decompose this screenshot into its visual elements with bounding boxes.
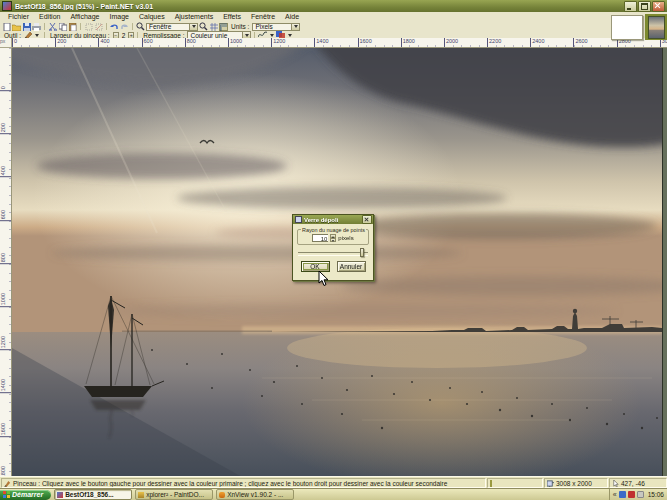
v-ruler-label: 0 bbox=[0, 48, 11, 91]
menu-item[interactable]: Aide bbox=[280, 12, 304, 22]
h-ruler-label: 2000 bbox=[444, 38, 487, 47]
h-ruler-label: 1200 bbox=[271, 38, 314, 47]
window-title: BestOf18_856.jpg (51%) - Paint.NET v3.01 bbox=[15, 3, 624, 10]
v-ruler-label: 1800 bbox=[0, 437, 11, 477]
system-tray: « 15:06 bbox=[609, 489, 667, 500]
taskbar-clock[interactable]: 15:06 bbox=[648, 491, 664, 498]
paintnet-window: BestOf18_856.jpg (51%) - Paint.NET v3.01… bbox=[0, 0, 667, 500]
h-ruler-label: 1800 bbox=[401, 38, 444, 47]
taskbar-task-xnview[interactable]: XnView v1.90.2 - ... bbox=[216, 489, 294, 500]
grid-toggle-icon[interactable] bbox=[209, 23, 218, 31]
h-ruler-label: 1000 bbox=[228, 38, 271, 47]
menu-item[interactable]: Affichage bbox=[65, 12, 104, 22]
taskbar-task-xplorer[interactable]: xplorer² - PaintDO... bbox=[135, 489, 213, 500]
menu-item[interactable]: Fenêtre bbox=[246, 12, 280, 22]
radius-input[interactable]: 10 bbox=[312, 234, 328, 242]
minimize-button[interactable] bbox=[624, 1, 637, 12]
taskbar-task-paintnet[interactable]: BestOf18_856... bbox=[54, 489, 132, 500]
status-cursor-position: 427, -46 bbox=[621, 480, 645, 487]
paintnet-task-icon bbox=[57, 492, 63, 498]
menu-item[interactable]: Edition bbox=[34, 12, 65, 22]
cut-icon[interactable] bbox=[48, 23, 57, 31]
maximize-button[interactable] bbox=[638, 1, 651, 12]
paste-icon[interactable] bbox=[68, 23, 77, 31]
ruler-corner: px bbox=[0, 38, 12, 48]
vertical-ruler: 020040060080010001200140016001800 bbox=[0, 48, 12, 477]
menu-item[interactable]: Calques bbox=[134, 12, 170, 22]
crop-icon[interactable] bbox=[84, 23, 93, 31]
xplorer-task-icon bbox=[138, 492, 144, 498]
undo-icon[interactable] bbox=[110, 23, 119, 31]
tray-icon-grey[interactable] bbox=[637, 491, 644, 498]
h-ruler-label: 600 bbox=[142, 38, 185, 47]
copy-icon[interactable] bbox=[58, 23, 67, 31]
image-thumbnail-active[interactable] bbox=[648, 16, 665, 39]
units-combo[interactable]: Pixels bbox=[252, 23, 300, 31]
dialog-close-icon[interactable] bbox=[362, 215, 372, 224]
rulers-toggle-icon[interactable] bbox=[219, 23, 228, 31]
h-ruler-label: 400 bbox=[98, 38, 141, 47]
image-size-icon bbox=[547, 480, 554, 487]
chevron-down-icon[interactable] bbox=[189, 24, 197, 30]
tray-collapse-icon[interactable]: « bbox=[613, 490, 617, 499]
v-ruler-label: 1400 bbox=[0, 350, 11, 393]
spinner-down-icon[interactable] bbox=[330, 238, 336, 242]
menu-item[interactable]: Effets bbox=[218, 12, 246, 22]
paintnet-app-icon bbox=[2, 1, 12, 11]
redo-icon[interactable] bbox=[120, 23, 129, 31]
status-empty-cell bbox=[487, 478, 543, 488]
dialog-icon bbox=[295, 216, 302, 223]
h-ruler-label: 1600 bbox=[358, 38, 401, 47]
slider-track bbox=[298, 252, 368, 256]
open-file-icon[interactable] bbox=[12, 23, 21, 31]
mouse-cursor bbox=[318, 271, 329, 287]
open-images-strip bbox=[611, 12, 667, 42]
v-ruler-label: 1200 bbox=[0, 307, 11, 350]
save-icon[interactable] bbox=[22, 23, 31, 31]
new-file-icon[interactable] bbox=[2, 23, 11, 31]
zoom-icon bbox=[136, 23, 145, 31]
h-ruler-label: 800 bbox=[185, 38, 228, 47]
cursor-position-icon bbox=[612, 480, 619, 487]
cancel-button[interactable]: Annuler bbox=[337, 261, 366, 272]
image-thumbnail-blank[interactable] bbox=[611, 15, 643, 40]
start-button[interactable]: Démarrer bbox=[0, 490, 51, 500]
slider-thumb[interactable] bbox=[360, 248, 364, 257]
status-position-cell: 427, -46 bbox=[609, 478, 667, 488]
deselect-icon[interactable] bbox=[94, 23, 103, 31]
image-thumbnail-selected-highlight bbox=[645, 14, 667, 40]
task-label: XnView v1.90.2 - ... bbox=[227, 491, 283, 498]
windows-logo-icon bbox=[3, 491, 10, 498]
title-bar[interactable]: BestOf18_856.jpg (51%) - Paint.NET v3.01 bbox=[0, 0, 667, 12]
h-ruler-label: 2200 bbox=[487, 38, 530, 47]
zoom-mode-value: Fenêtre bbox=[149, 23, 171, 30]
radius-unit-label: pixels bbox=[338, 235, 353, 241]
dialog-title: Verre dépoli bbox=[304, 217, 362, 223]
h-ruler-label: 1400 bbox=[314, 38, 357, 47]
tray-icon-blue[interactable] bbox=[619, 491, 626, 498]
print-icon[interactable] bbox=[32, 23, 41, 31]
tray-icon-red[interactable] bbox=[628, 491, 635, 498]
v-ruler-label: 800 bbox=[0, 221, 11, 264]
xnview-task-icon bbox=[219, 492, 225, 498]
close-button[interactable] bbox=[652, 1, 665, 12]
task-label: xplorer² - PaintDO... bbox=[146, 491, 204, 498]
zoom-actual-icon[interactable] bbox=[199, 23, 208, 31]
units-label: Units : bbox=[231, 23, 249, 30]
menu-item[interactable]: Image bbox=[104, 12, 133, 22]
h-ruler-label: 200 bbox=[55, 38, 98, 47]
start-label: Démarrer bbox=[12, 491, 43, 498]
units-value: Pixels bbox=[255, 23, 272, 30]
v-ruler-label: 200 bbox=[0, 91, 11, 134]
dialog-title-bar[interactable]: Verre dépoli bbox=[293, 215, 373, 224]
status-image-size: 3008 x 2000 bbox=[556, 480, 592, 487]
chevron-down-icon[interactable] bbox=[291, 24, 299, 30]
v-ruler-label: 1000 bbox=[0, 264, 11, 307]
status-help-text: Pinceau : Cliquez avec le bouton gauche … bbox=[13, 480, 447, 487]
radius-slider[interactable] bbox=[298, 248, 368, 257]
menu-item[interactable]: Fichier bbox=[3, 12, 34, 22]
main-toolbar: Fenêtre Units : Pixels bbox=[0, 22, 667, 31]
radius-spinner bbox=[330, 234, 336, 242]
menu-item[interactable]: Ajustements bbox=[170, 12, 219, 22]
zoom-mode-combo[interactable]: Fenêtre bbox=[146, 23, 198, 31]
